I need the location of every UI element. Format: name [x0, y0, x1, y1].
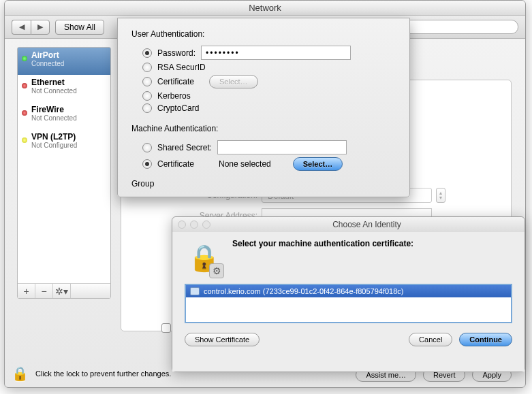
- close-traffic-light[interactable]: [178, 220, 186, 229]
- certificate-icon: [190, 287, 200, 295]
- cert-label: Certificate: [157, 77, 194, 86]
- config-stepper[interactable]: ▲▼: [436, 188, 445, 203]
- minimize-traffic-light[interactable]: [190, 220, 198, 229]
- show-all-button[interactable]: Show All: [55, 20, 104, 35]
- machine-auth-shared-row[interactable]: Shared Secret:: [142, 140, 396, 154]
- sidebar-item-status: Not Configured: [31, 142, 105, 149]
- machine-auth-title: Machine Authentication:: [131, 124, 396, 133]
- nav-segmented: ◀ ▶: [12, 20, 50, 35]
- identity-titlebar: Choose An Identity: [172, 217, 525, 232]
- status-dot-icon: [22, 56, 27, 61]
- interfaces-sidebar: AirPort Connected Ethernet Not Connected…: [17, 47, 111, 299]
- window-title: Network: [5, 1, 525, 16]
- sidebar-item-status: Not Connected: [31, 87, 105, 95]
- add-interface-button[interactable]: +: [18, 284, 35, 298]
- radio-icon: [142, 159, 152, 169]
- user-auth-password-row[interactable]: Password:: [142, 46, 396, 60]
- identity-buttons: Show Certificate Cancel Continue: [185, 333, 512, 346]
- machine-cert-label: Certificate: [157, 159, 194, 169]
- interface-actions-button[interactable]: ✲▾: [53, 284, 71, 298]
- group-name-label: Group: [131, 179, 396, 188]
- radio-icon: [142, 103, 152, 113]
- identity-item-label: control.kerio.com (7233ce99-01c2-0f42-86…: [204, 287, 404, 295]
- rsa-label: RSA SecurID: [157, 63, 206, 72]
- identity-header: 🔒 ⚙ Select your machine authentication c…: [185, 239, 512, 277]
- status-dot-icon: [22, 137, 27, 143]
- auth-settings-sheet: User Authentication: Password: RSA Secur…: [117, 18, 410, 197]
- sidebar-item-status: Connected: [31, 60, 105, 67]
- machine-auth-cert-row[interactable]: Certificate None selected Select…: [142, 157, 396, 171]
- status-dot-icon: [22, 83, 27, 88]
- sidebar-item-firewire[interactable]: FireWire Not Connected: [18, 102, 110, 129]
- kerberos-label: Kerberos: [157, 91, 191, 101]
- identity-body: 🔒 ⚙ Select your machine authentication c…: [172, 232, 525, 372]
- user-cert-select-button[interactable]: Select…: [209, 75, 258, 88]
- sidebar-item-label: VPN (L2TP): [31, 132, 105, 142]
- chevron-left-icon: ◀: [19, 22, 25, 31]
- radio-icon: [142, 63, 152, 72]
- identity-list-item[interactable]: control.kerio.com (7233ce99-01c2-0f42-86…: [186, 285, 511, 297]
- lock-icon[interactable]: 🔒: [12, 365, 29, 382]
- password-input[interactable]: [201, 46, 351, 60]
- show-certificate-button[interactable]: Show Certificate: [185, 333, 260, 346]
- chevron-right-icon: ▶: [37, 22, 43, 31]
- forward-button[interactable]: ▶: [31, 20, 50, 35]
- sidebar-item-label: AirPort: [31, 50, 105, 60]
- user-auth-crypto-row[interactable]: CryptoCard: [142, 103, 396, 113]
- user-auth-title: User Authentication:: [131, 29, 396, 39]
- zoom-traffic-light[interactable]: [202, 220, 210, 229]
- gear-icon: ⚙: [209, 263, 224, 278]
- back-button[interactable]: ◀: [12, 20, 31, 35]
- radio-icon: [142, 48, 152, 58]
- choose-identity-window: Choose An Identity 🔒 ⚙ Select your machi…: [172, 216, 525, 372]
- shared-secret-label: Shared Secret:: [157, 143, 212, 152]
- radio-icon: [142, 91, 152, 101]
- sidebar-item-label: Ethernet: [31, 78, 105, 87]
- user-auth-kerberos-row[interactable]: Kerberos: [142, 91, 396, 101]
- remove-interface-button[interactable]: −: [35, 284, 53, 298]
- lock-cert-icon: 🔒 ⚙: [185, 239, 223, 277]
- user-auth-cert-row[interactable]: Certificate Select…: [142, 75, 396, 88]
- sidebar-item-label: FireWire: [31, 105, 105, 114]
- status-dot-icon: [22, 110, 27, 116]
- radio-icon: [142, 143, 152, 152]
- password-label: Password:: [157, 48, 195, 58]
- continue-button[interactable]: Continue: [459, 333, 512, 346]
- user-auth-rsa-row[interactable]: RSA SecurID: [142, 63, 396, 72]
- crypto-label: CryptoCard: [157, 103, 199, 113]
- machine-cert-select-button[interactable]: Select…: [293, 157, 343, 171]
- radio-icon: [142, 77, 152, 86]
- sidebar-item-vpn[interactable]: VPN (L2TP) Not Configured: [18, 129, 110, 157]
- lock-hint-text: Click the lock to prevent further change…: [35, 370, 171, 378]
- sidebar-item-ethernet[interactable]: Ethernet Not Connected: [18, 75, 110, 102]
- sidebar-item-airport[interactable]: AirPort Connected: [18, 48, 110, 75]
- identity-list[interactable]: control.kerio.com (7233ce99-01c2-0f42-86…: [185, 284, 512, 323]
- shared-secret-input[interactable]: [217, 140, 347, 154]
- identity-heading: Select your machine authentication certi…: [232, 239, 413, 248]
- sidebar-item-status: Not Connected: [31, 114, 105, 122]
- cancel-button[interactable]: Cancel: [409, 333, 452, 346]
- sidebar-footer: + − ✲▾: [18, 283, 110, 298]
- identity-window-title: Choose An Identity: [215, 220, 519, 229]
- show-status-checkbox[interactable]: [161, 323, 171, 333]
- machine-cert-status: None selected: [219, 159, 271, 169]
